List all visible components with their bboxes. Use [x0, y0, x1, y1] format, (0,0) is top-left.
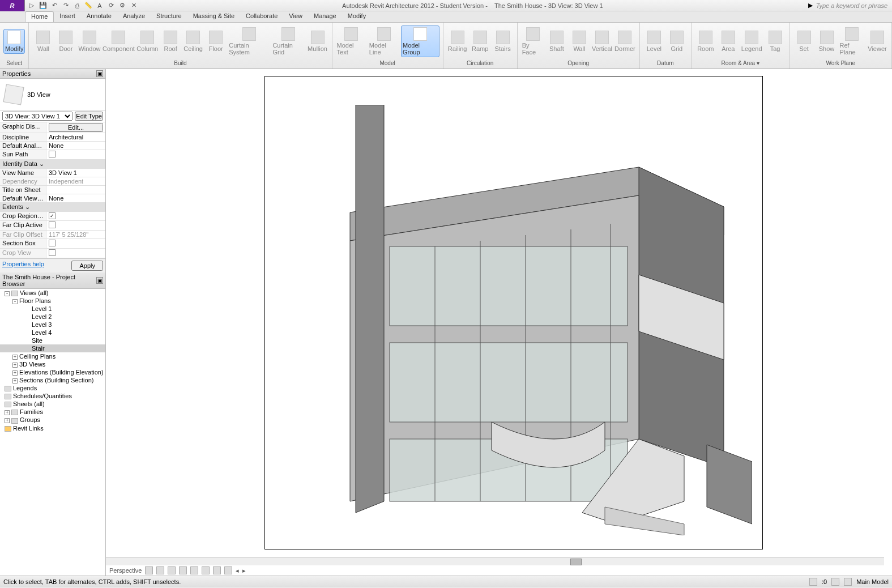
ribbon-item-shaft[interactable]: Shaft: [546, 29, 567, 53]
expand-icon[interactable]: +: [12, 355, 18, 360]
tree-item-3d-views[interactable]: +3D Views: [0, 360, 105, 368]
ribbon-item-ceiling[interactable]: Ceiling: [182, 29, 204, 53]
detail-level-icon[interactable]: [145, 566, 153, 574]
ribbon-item-vertical[interactable]: Vertical: [591, 29, 613, 53]
prop-value[interactable]: None: [46, 142, 105, 150]
tree-item-level-1[interactable]: Level 1: [0, 305, 105, 313]
tab-massing-site[interactable]: Massing & Site: [187, 11, 240, 22]
nav-right-icon[interactable]: ▸: [242, 567, 246, 574]
ribbon-item-grid[interactable]: Grid: [666, 29, 688, 53]
tab-structure[interactable]: Structure: [151, 11, 187, 22]
properties-help-link[interactable]: Properties help: [2, 261, 44, 271]
ribbon-item-roof[interactable]: Roof: [160, 29, 181, 53]
tab-manage[interactable]: Manage: [308, 11, 342, 22]
tree-item-level-2[interactable]: Level 2: [0, 313, 105, 321]
expand-icon[interactable]: +: [12, 363, 18, 368]
view-scale-label[interactable]: Perspective: [109, 567, 142, 574]
expand-icon[interactable]: +: [5, 410, 10, 415]
expand-icon[interactable]: +: [12, 378, 18, 384]
drawing-canvas[interactable]: Perspective ◂ ▸: [106, 69, 892, 576]
ribbon-item-dormer[interactable]: Dormer: [614, 29, 636, 53]
tree-item-legends[interactable]: Legends: [0, 384, 105, 392]
prop-value[interactable]: [46, 186, 105, 194]
checkbox-icon[interactable]: [49, 240, 56, 246]
checkbox-icon[interactable]: [49, 212, 56, 219]
ribbon-item-stairs[interactable]: Stairs: [492, 29, 514, 53]
type-selector[interactable]: 3D View: [0, 79, 105, 110]
tab-home[interactable]: Home: [25, 11, 54, 22]
redo-icon[interactable]: ↷: [61, 1, 70, 10]
tab-view[interactable]: View: [283, 11, 308, 22]
ribbon-item-model-line[interactable]: Model Line: [368, 26, 400, 57]
prop-value[interactable]: 3D View 1: [46, 169, 105, 177]
ribbon-item-column[interactable]: Column: [136, 29, 159, 53]
ribbon-item-level[interactable]: Level: [643, 29, 665, 53]
tab-insert[interactable]: Insert: [54, 11, 81, 22]
tree-item-sections-building-section-[interactable]: +Sections (Building Section): [0, 376, 105, 384]
edit-type-button[interactable]: Edit Type: [75, 112, 103, 121]
prop-value[interactable]: [46, 239, 105, 248]
search-box[interactable]: Type a keyword or phrase: [816, 2, 892, 9]
prop-value[interactable]: [46, 150, 105, 159]
worksets-icon[interactable]: [844, 578, 852, 586]
prop-value[interactable]: None: [46, 194, 105, 202]
ribbon-item-door[interactable]: Door: [55, 29, 76, 53]
crop-region-icon[interactable]: [202, 566, 210, 574]
prop-value[interactable]: [46, 212, 105, 220]
close-icon[interactable]: ✕: [129, 1, 138, 10]
tree-item-groups[interactable]: +Groups: [0, 416, 105, 424]
tree-item-families[interactable]: +Families: [0, 408, 105, 416]
tab-collaborate[interactable]: Collaborate: [240, 11, 283, 22]
horizontal-scrollbar[interactable]: [106, 557, 884, 565]
tab-annotate[interactable]: Annotate: [81, 11, 117, 22]
ribbon-item-show[interactable]: Show: [816, 29, 838, 53]
shadows-icon[interactable]: [179, 566, 187, 574]
ribbon-item-mullion[interactable]: Mullion: [307, 29, 328, 53]
tree-item-views-all-[interactable]: -Views (all): [0, 289, 105, 297]
prop-value[interactable]: Independent: [46, 177, 105, 185]
save-icon[interactable]: 💾: [39, 1, 48, 10]
ribbon-item-component[interactable]: Component: [102, 29, 135, 53]
tree-item-floor-plans[interactable]: -Floor Plans: [0, 297, 105, 305]
checkbox-icon[interactable]: [49, 151, 56, 157]
close-panel-icon[interactable]: ▣: [96, 70, 103, 77]
close-browser-icon[interactable]: ▣: [96, 277, 103, 284]
sun-path-icon[interactable]: [168, 566, 176, 574]
expand-icon[interactable]: -: [5, 291, 10, 296]
ribbon-item-curtain-grid[interactable]: Curtain Grid: [271, 26, 305, 57]
expand-icon[interactable]: -: [12, 299, 18, 304]
ribbon-item-tag[interactable]: Tag: [765, 29, 786, 53]
prop-value[interactable]: Edit...: [46, 122, 105, 133]
settings-icon[interactable]: ⚙: [118, 1, 127, 10]
ribbon-item-viewer[interactable]: Viewer: [867, 29, 888, 53]
ribbon-item-curtain-system[interactable]: Curtain System: [228, 26, 270, 57]
tree-item-stair[interactable]: Stair: [0, 344, 105, 352]
expand-icon[interactable]: +: [12, 370, 18, 376]
prop-value[interactable]: [46, 249, 105, 258]
ribbon-item-wall[interactable]: Wall: [569, 29, 590, 53]
ribbon-item-railing[interactable]: Railing: [447, 29, 468, 53]
ribbon-item-by-face[interactable]: By Face: [521, 26, 545, 57]
tab-analyze[interactable]: Analyze: [117, 11, 151, 22]
apply-button[interactable]: Apply: [71, 261, 103, 271]
info-center-arrow[interactable]: ▶: [805, 2, 816, 9]
undo-icon[interactable]: ↶: [50, 1, 59, 10]
edit-button[interactable]: Edit...: [49, 123, 103, 132]
nav-left-icon[interactable]: ◂: [236, 567, 239, 574]
tree-item-revit-links[interactable]: Revit Links: [0, 424, 105, 432]
app-menu-button[interactable]: R: [0, 0, 25, 11]
lock-3d-icon[interactable]: [213, 566, 221, 574]
ribbon-item-wall[interactable]: Wall: [32, 29, 54, 53]
ribbon-item-floor[interactable]: Floor: [205, 29, 227, 53]
expand-icon[interactable]: +: [5, 418, 10, 423]
ribbon-item-legend[interactable]: Legend: [740, 29, 763, 53]
ribbon-item-area[interactable]: Area: [718, 29, 739, 53]
prop-value[interactable]: Architectural: [46, 133, 105, 141]
ribbon-item-ref-plane[interactable]: Ref Plane: [839, 26, 865, 57]
open-icon[interactable]: ▷: [27, 1, 36, 10]
browser-header[interactable]: The Smith House - Project Browser ▣: [0, 272, 105, 289]
tree-item-site[interactable]: Site: [0, 336, 105, 344]
tree-item-elevations-building-elevation-[interactable]: +Elevations (Building Elevation): [0, 368, 105, 376]
tree-item-sheets-all-[interactable]: Sheets (all): [0, 400, 105, 408]
prop-value[interactable]: 117' 5 25/128": [46, 231, 105, 238]
